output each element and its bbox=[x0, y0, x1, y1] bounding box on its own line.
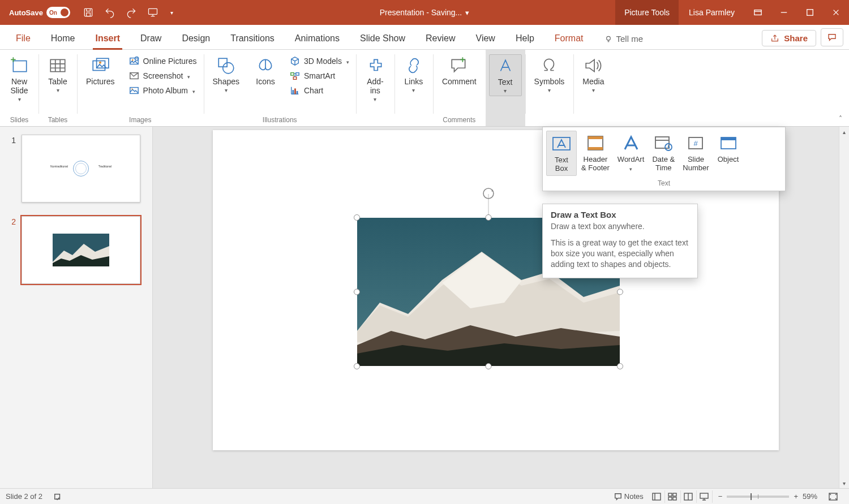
new-slide-button[interactable]: New Slide bbox=[3, 54, 35, 104]
slideshow-from-start-icon[interactable] bbox=[147, 7, 158, 18]
date-time-button[interactable]: Date & Time bbox=[649, 131, 678, 176]
wordart-button[interactable]: WordArt ▾ bbox=[614, 131, 648, 176]
pictures-button[interactable]: Pictures bbox=[80, 54, 121, 87]
links-button[interactable]: Links bbox=[398, 54, 430, 95]
slide-number-button[interactable]: # Slide Number bbox=[679, 131, 712, 176]
zoom-percent-label[interactable]: 59% bbox=[803, 492, 817, 501]
tell-me-search[interactable]: Tell me bbox=[594, 28, 654, 49]
svg-point-16 bbox=[131, 88, 132, 89]
symbols-button[interactable]: Symbols bbox=[529, 54, 571, 95]
icons-button[interactable]: Icons bbox=[250, 54, 281, 87]
addins-button[interactable]: Add- ins bbox=[359, 54, 391, 104]
ribbon-group-tables: Table Tables bbox=[38, 50, 77, 126]
tooltip-title: Draw a Text Box bbox=[551, 210, 689, 219]
photo-album-button[interactable]: Photo Album bbox=[125, 84, 200, 97]
zoom-out-button[interactable]: − bbox=[718, 492, 723, 501]
ribbon-group-illustrations: Shapes Icons 3D Models SmartArt Chart bbox=[204, 50, 356, 126]
slide-thumbnails-pane[interactable]: 1 Nontraditional Traditional 2 bbox=[0, 127, 153, 488]
window-close-icon[interactable] bbox=[823, 0, 849, 25]
text-box-icon bbox=[550, 133, 573, 154]
3d-models-button[interactable]: 3D Models bbox=[286, 54, 353, 68]
window-maximize-icon[interactable] bbox=[797, 0, 823, 25]
text-box-button[interactable]: Text Box bbox=[546, 131, 577, 176]
contextual-tab-label[interactable]: Picture Tools bbox=[615, 0, 679, 25]
thumbnail-slide-1[interactable]: 1 Nontraditional Traditional bbox=[8, 135, 144, 203]
comments-pane-button[interactable] bbox=[821, 28, 843, 46]
object-button[interactable]: Object bbox=[714, 131, 743, 176]
text-gallery-dropdown: Text Box Header & Footer WordArt ▾ Date … bbox=[542, 127, 786, 191]
qat-customize-icon[interactable]: ▾ bbox=[169, 7, 175, 18]
resize-handle-bottom-right[interactable] bbox=[617, 363, 623, 369]
online-pictures-button[interactable]: Online Pictures bbox=[125, 54, 200, 68]
resize-handle-bottom-left[interactable] bbox=[354, 363, 360, 369]
collapse-ribbon-icon[interactable]: ˄ bbox=[835, 114, 846, 124]
tab-review[interactable]: Review bbox=[415, 28, 465, 49]
autosave-group: AutoSave On bbox=[0, 7, 76, 18]
text-dropdown-button[interactable]: Text bbox=[489, 54, 522, 96]
tab-help[interactable]: Help bbox=[505, 28, 544, 49]
rotation-handle[interactable] bbox=[481, 186, 496, 201]
slideshow-view-button[interactable] bbox=[697, 490, 713, 503]
object-icon bbox=[717, 133, 740, 153]
comment-button[interactable]: Comment bbox=[436, 54, 482, 87]
tab-transitions[interactable]: Transitions bbox=[220, 28, 285, 49]
tab-view[interactable]: View bbox=[466, 28, 505, 49]
document-title-dropdown-icon[interactable]: ▾ bbox=[465, 8, 469, 17]
share-button[interactable]: Share bbox=[762, 30, 816, 46]
ribbon-group-addins: Add- ins bbox=[356, 50, 395, 126]
resize-handle-bottom[interactable] bbox=[486, 363, 492, 369]
spell-check-status[interactable] bbox=[42, 493, 67, 501]
ribbon-group-text: Text bbox=[486, 50, 525, 126]
zoom-in-button[interactable]: + bbox=[794, 492, 798, 501]
tab-file[interactable]: File bbox=[6, 28, 41, 49]
thumbnail-slide-2[interactable]: 2 bbox=[8, 216, 144, 284]
smartart-icon bbox=[289, 70, 301, 81]
ribbon: New Slide Slides Table Tables Pictures bbox=[0, 50, 849, 127]
screenshot-button[interactable]: Screenshot bbox=[125, 69, 200, 83]
autosave-toggle[interactable]: On bbox=[46, 7, 70, 18]
table-button[interactable]: Table bbox=[42, 54, 74, 95]
zoom-slider[interactable] bbox=[727, 496, 789, 498]
scroll-up-icon[interactable]: ▴ bbox=[839, 127, 849, 137]
slide-sorter-view-button[interactable] bbox=[665, 490, 681, 503]
ribbon-group-links: Links bbox=[395, 50, 433, 126]
shapes-button[interactable]: Shapes bbox=[207, 54, 245, 95]
comment-icon bbox=[827, 32, 837, 42]
resize-handle-left[interactable] bbox=[354, 289, 360, 295]
tab-insert[interactable]: Insert bbox=[85, 28, 130, 49]
tab-animations[interactable]: Animations bbox=[285, 28, 350, 49]
tab-slideshow[interactable]: Slide Show bbox=[350, 28, 415, 49]
window-minimize-icon[interactable] bbox=[771, 0, 797, 25]
vertical-scrollbar[interactable]: ▴ ▾ bbox=[839, 127, 849, 488]
tab-design[interactable]: Design bbox=[171, 28, 220, 49]
notes-button[interactable]: Notes bbox=[608, 492, 649, 501]
speaker-icon bbox=[583, 55, 603, 76]
save-icon[interactable] bbox=[83, 7, 94, 18]
tab-format[interactable]: Format bbox=[544, 28, 594, 49]
scroll-down-icon[interactable]: ▾ bbox=[839, 478, 849, 488]
smartart-button[interactable]: SmartArt bbox=[286, 69, 353, 83]
media-button[interactable]: Media bbox=[577, 54, 610, 95]
header-footer-icon bbox=[584, 133, 607, 153]
reading-view-button[interactable] bbox=[681, 490, 697, 503]
redo-icon[interactable] bbox=[126, 7, 137, 18]
normal-view-button[interactable] bbox=[649, 490, 665, 503]
undo-icon[interactable] bbox=[104, 7, 115, 18]
chart-button[interactable]: Chart bbox=[286, 84, 353, 97]
resize-handle-top-left[interactable] bbox=[354, 214, 360, 221]
new-comment-icon bbox=[449, 55, 469, 76]
tab-draw[interactable]: Draw bbox=[130, 28, 171, 49]
svg-rect-23 bbox=[294, 88, 296, 94]
resize-handle-top[interactable] bbox=[486, 214, 492, 221]
tab-home[interactable]: Home bbox=[41, 28, 85, 49]
signed-in-user[interactable]: Lisa Parmley bbox=[679, 8, 745, 17]
header-footer-button[interactable]: Header & Footer bbox=[578, 131, 613, 176]
ribbon-display-options-icon[interactable] bbox=[745, 0, 771, 25]
online-pictures-label: Online Pictures bbox=[143, 57, 197, 66]
fit-to-window-button[interactable] bbox=[823, 493, 843, 501]
shapes-label: Shapes bbox=[213, 77, 239, 86]
photo-album-label: Photo Album bbox=[143, 86, 188, 95]
ribbon-group-comments: Comment Comments bbox=[433, 50, 486, 126]
symbols-label: Symbols bbox=[534, 77, 565, 86]
resize-handle-right[interactable] bbox=[617, 289, 623, 295]
